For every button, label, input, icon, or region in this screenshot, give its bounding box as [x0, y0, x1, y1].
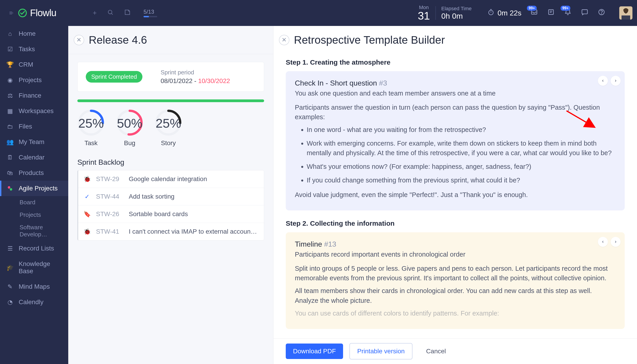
svg-text:25%: 25% [78, 116, 104, 130]
release-title: Release 4.6 [89, 34, 147, 46]
crm-icon: 🏆 [6, 61, 14, 68]
cancel-button[interactable]: Cancel [419, 344, 453, 359]
sidebar-item-label: My Team [19, 138, 44, 146]
brand-logo[interactable]: Flowlu [18, 8, 56, 18]
svg-text:50%: 50% [117, 116, 142, 130]
sidebar-item-label: Home [19, 30, 36, 37]
step2-prev-button[interactable] [598, 237, 608, 247]
sidebar-item-label: Projects [19, 76, 42, 84]
check-icon: ✓ [84, 193, 90, 200]
sidebar-item-label: Record Lists [19, 245, 54, 252]
sprint-card: Sprint Completed Sprint period 08/01/202… [77, 62, 264, 92]
plus-icon[interactable]: + [92, 9, 97, 17]
sidebar-item-agile[interactable]: Agile Projects [0, 181, 68, 196]
progress-bar [144, 16, 157, 17]
products-icon: 🛍 [6, 170, 14, 176]
sidebar-sub-projects[interactable]: Projects [0, 208, 68, 221]
sidebar-item-label: Mind Maps [19, 283, 50, 290]
step2-heading: Step 2. Collecting the information [286, 220, 625, 227]
sidebar-item-label: Products [19, 169, 44, 176]
svg-rect-18 [622, 16, 630, 20]
sidebar-item-workspaces[interactable]: ▦Workspaces [0, 103, 68, 119]
calendly-icon: ◔ [6, 299, 14, 306]
note-icon[interactable] [547, 8, 555, 18]
sidebar-sub-software[interactable]: Software Develop… [0, 221, 68, 241]
sidebar-item-label: Calendar [19, 154, 44, 161]
sidebar-item-recordlists[interactable]: ☰Record Lists [0, 241, 68, 256]
sidebar-item-crm[interactable]: 🏆CRM [0, 57, 68, 72]
tasks-icon: ☑ [6, 46, 14, 53]
backlog-row[interactable]: 🐞STW-29Google calendar integration [78, 170, 264, 188]
sidebar-item-projects[interactable]: ◉Projects [0, 72, 68, 88]
elapsed-label: Elapsed Time [441, 6, 472, 12]
date-block: Mon 31 Elapsed Time 0h 0m [418, 4, 472, 22]
bell-badge: 99+ [560, 6, 570, 11]
close-release-button[interactable]: ✕ [74, 35, 84, 45]
step1-card-title: Check In - Short question #3 [295, 79, 616, 87]
sidebar-item-knowledge[interactable]: 🎓Knowledge Base [0, 256, 68, 279]
sprint-status-pill: Sprint Completed [86, 71, 142, 82]
avatar[interactable] [619, 6, 632, 20]
sidebar-item-label: CRM [19, 61, 33, 68]
backlog-row[interactable]: 🔖STW-26Sortable board cards [78, 206, 264, 223]
backlog-row[interactable]: 🐞STW-41I can't connect via IMAP to exter… [78, 223, 264, 240]
help-icon[interactable] [598, 8, 605, 18]
team-icon: 👥 [6, 138, 14, 146]
gauge-story: 25% Story [155, 109, 182, 147]
gauge-task: 25% Task [77, 109, 105, 147]
step1-prev-button[interactable] [598, 76, 608, 86]
sidebar-sub-board[interactable]: Board [0, 196, 68, 208]
sidebar-item-label: Workspaces [19, 108, 54, 115]
sidebar: ⌂Home ☑Tasks 🏆CRM ◉Projects ⚖Finance ▦Wo… [0, 26, 68, 364]
step2-card-subtitle: Participants record important events in … [295, 251, 616, 258]
step1-card: Check In - Short question #3 You ask one… [286, 71, 625, 210]
download-pdf-button[interactable]: Download PDF [286, 344, 343, 359]
top-bar: Flowlu + 5/13 Mon 31 Elapsed Time 0h 0m … [0, 0, 637, 26]
step1-bullet: In one word - what are you waiting for f… [307, 125, 616, 134]
sidebar-item-products[interactable]: 🛍Products [0, 165, 68, 181]
close-retrospective-button[interactable]: ✕ [279, 35, 290, 45]
step2-p3: You can use cards of different colors to… [295, 308, 616, 318]
sprint-period-label: Sprint period [160, 69, 230, 76]
sidebar-item-label: Finance [19, 92, 42, 99]
svg-line-5 [112, 13, 113, 14]
step1-next-button[interactable] [610, 76, 620, 86]
footer-actions: Download PDF Printable version Cancel [274, 338, 637, 364]
topbar-right: 99+ 99+ [530, 6, 632, 20]
timer[interactable]: 0m 22s [488, 9, 522, 17]
topbar-progress[interactable]: 5/13 [144, 9, 157, 17]
svg-text:25%: 25% [156, 116, 181, 130]
sidebar-item-mindmaps[interactable]: ✎Mind Maps [0, 279, 68, 294]
inbox-icon[interactable]: 99+ [530, 8, 538, 18]
stopwatch-icon [488, 9, 494, 17]
sidebar-item-calendar[interactable]: 🗓Calendar [0, 150, 68, 165]
date-number: 31 [418, 10, 430, 22]
menu-toggle-icon[interactable] [7, 10, 16, 16]
backlog-row[interactable]: ✓STW-44Add task sorting [78, 188, 264, 206]
backlog-list: 🐞STW-29Google calendar integration ✓STW-… [77, 170, 264, 240]
pin-icon[interactable] [124, 9, 131, 17]
files-icon: 🗀 [6, 123, 14, 130]
step2-p2: All team members show their cards in chr… [295, 286, 616, 305]
inbox-badge: 99+ [527, 6, 537, 11]
step2-next-button[interactable] [610, 237, 620, 247]
gauge-bug: 50% Bug [116, 109, 143, 147]
step2-p1: Split into groups of 5 people or less. G… [295, 264, 616, 283]
sidebar-item-home[interactable]: ⌂Home [0, 26, 68, 42]
retrospective-title: Retrospective Template Builder [294, 34, 445, 46]
chat-icon[interactable] [581, 8, 588, 18]
step1-bullets: In one word - what are you waiting for f… [295, 125, 616, 185]
projects-icon: ◉ [6, 77, 14, 84]
sidebar-item-files[interactable]: 🗀Files [0, 119, 68, 134]
issue-title: Sortable board cards [129, 210, 258, 218]
gauge-label: Story [161, 140, 176, 147]
issue-key: STW-44 [96, 193, 123, 200]
sidebar-item-tasks[interactable]: ☑Tasks [0, 42, 68, 57]
bell-icon[interactable]: 99+ [564, 8, 572, 18]
sidebar-item-myteam[interactable]: 👥My Team [0, 134, 68, 150]
printable-version-button[interactable]: Printable version [350, 343, 412, 360]
bug-icon: 🐞 [84, 228, 90, 235]
sidebar-item-calendly[interactable]: ◔Calendly [0, 294, 68, 310]
search-icon[interactable] [107, 9, 114, 17]
sidebar-item-finance[interactable]: ⚖Finance [0, 88, 68, 103]
